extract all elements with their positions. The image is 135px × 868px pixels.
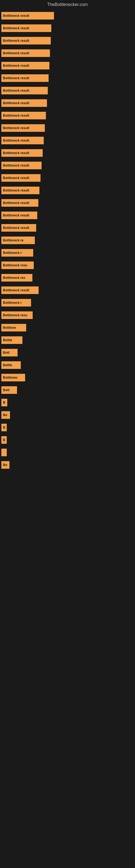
bottleneck-bar-12[interactable]: Bottleneck result bbox=[1, 149, 43, 157]
bar-row: Bottleneck re bbox=[0, 237, 135, 244]
bottleneck-bar-11[interactable]: Bottleneck result bbox=[1, 137, 44, 144]
bar-row: Bo bbox=[0, 461, 135, 469]
bar-label-11: Bottleneck result bbox=[3, 138, 29, 143]
bottleneck-bar-14[interactable]: Bottleneck result bbox=[1, 174, 41, 182]
bar-row: Bottleneck result bbox=[0, 37, 135, 44]
bar-label-32: B bbox=[3, 401, 5, 404]
bar-row: Bottleneck result bbox=[0, 149, 135, 157]
bar-label-35: B bbox=[3, 438, 5, 442]
bar-row: Bottleneck res bbox=[0, 274, 135, 282]
bar-row: Bottle bbox=[0, 336, 135, 344]
bottleneck-bar-37[interactable]: Bo bbox=[1, 461, 9, 469]
bottleneck-bar-19[interactable]: Bottleneck re bbox=[1, 237, 35, 244]
bar-row: Bottlenec bbox=[0, 374, 135, 381]
bottleneck-bar-36[interactable] bbox=[1, 448, 7, 456]
bar-label-22: Bottleneck res bbox=[3, 276, 26, 280]
site-title: TheBottlenecker.com bbox=[0, 0, 135, 9]
bar-label-7: Bottleneck result bbox=[3, 89, 29, 93]
bottleneck-bar-9[interactable]: Bottleneck result bbox=[1, 112, 46, 119]
bar-label-29: Bottle bbox=[3, 363, 12, 367]
bottleneck-bar-10[interactable]: Bottleneck result bbox=[1, 124, 45, 132]
bar-row: Bott bbox=[0, 386, 135, 394]
bar-label-3: Bottleneck result bbox=[3, 39, 29, 42]
bar-row: Bottleneck r bbox=[0, 249, 135, 257]
bar-label-9: Bottleneck result bbox=[3, 114, 29, 118]
bar-label-27: Bottle bbox=[3, 338, 12, 342]
bar-row: Bottleneck result bbox=[0, 99, 135, 107]
bar-label-1: Bottleneck result bbox=[3, 14, 29, 18]
bar-label-13: Bottleneck result bbox=[3, 163, 29, 167]
bottleneck-bar-25[interactable]: Bottleneck resu bbox=[1, 311, 33, 319]
bar-row: B bbox=[0, 436, 135, 444]
bar-label-21: Bottleneck resu bbox=[3, 264, 27, 267]
bottleneck-bar-16[interactable]: Bottleneck result bbox=[1, 199, 38, 207]
bar-label-28: Bott bbox=[3, 351, 9, 354]
bar-label-17: Bottleneck result bbox=[3, 214, 29, 217]
bar-row bbox=[0, 448, 135, 456]
bottleneck-bar-6[interactable]: Bottleneck result bbox=[1, 74, 49, 82]
bottleneck-bar-28[interactable]: Bott bbox=[1, 349, 17, 356]
bottleneck-bar-22[interactable]: Bottleneck res bbox=[1, 274, 32, 282]
bar-row: B bbox=[0, 424, 135, 431]
bottleneck-bar-7[interactable]: Bottleneck result bbox=[1, 87, 48, 94]
bottleneck-bar-33[interactable]: Bo bbox=[1, 411, 10, 419]
bar-row: Bottleneck result bbox=[0, 87, 135, 94]
bar-row: Bottleneck result bbox=[0, 24, 135, 32]
bar-label-4: Bottleneck result bbox=[3, 51, 29, 55]
bottleneck-bar-8[interactable]: Bottleneck result bbox=[1, 99, 47, 107]
bar-row: Bottleneck result bbox=[0, 162, 135, 169]
bottleneck-bar-26[interactable]: Bottlene bbox=[1, 324, 26, 332]
bar-row: Bottleneck result bbox=[0, 212, 135, 219]
bar-label-15: Bottleneck result bbox=[3, 188, 29, 192]
bar-label-5: Bottleneck result bbox=[3, 64, 29, 67]
bottleneck-bar-35[interactable]: B bbox=[1, 436, 7, 444]
bar-label-25: Bottleneck resu bbox=[3, 313, 27, 317]
bars-container: Bottleneck resultBottleneck resultBottle… bbox=[0, 9, 135, 476]
bottleneck-bar-24[interactable]: Bottleneck r bbox=[1, 299, 31, 307]
bottleneck-bar-34[interactable]: B bbox=[1, 424, 7, 431]
bar-label-33: Bo bbox=[3, 413, 7, 417]
bar-row: Bottleneck result bbox=[0, 199, 135, 207]
bar-row: Bottleneck result bbox=[0, 187, 135, 194]
bottleneck-bar-15[interactable]: Bottleneck result bbox=[1, 187, 39, 194]
bottleneck-bar-13[interactable]: Bottleneck result bbox=[1, 162, 42, 169]
bottleneck-bar-30[interactable]: Bottlenec bbox=[1, 374, 25, 381]
bottleneck-bar-20[interactable]: Bottleneck r bbox=[1, 249, 33, 257]
bar-label-37: Bo bbox=[3, 463, 7, 467]
bottleneck-bar-5[interactable]: Bottleneck result bbox=[1, 62, 49, 69]
bar-label-10: Bottleneck result bbox=[3, 126, 29, 130]
bar-row: B bbox=[0, 399, 135, 406]
bar-row: Bottle bbox=[0, 361, 135, 369]
bottleneck-bar-31[interactable]: Bott bbox=[1, 386, 17, 394]
bar-row: Bottleneck result bbox=[0, 124, 135, 132]
bottleneck-bar-18[interactable]: Bottleneck result bbox=[1, 224, 36, 231]
bar-row: Bottleneck result bbox=[0, 286, 135, 294]
bottleneck-bar-3[interactable]: Bottleneck result bbox=[1, 37, 51, 44]
bottleneck-bar-29[interactable]: Bottle bbox=[1, 361, 21, 369]
bar-label-8: Bottleneck result bbox=[3, 101, 29, 105]
bottleneck-bar-32[interactable]: B bbox=[1, 399, 7, 406]
bottleneck-bar-23[interactable]: Bottleneck result bbox=[1, 286, 39, 294]
bar-label-20: Bottleneck r bbox=[3, 251, 21, 255]
bar-row: Bott bbox=[0, 349, 135, 356]
bar-row: Bottleneck result bbox=[0, 74, 135, 82]
bottleneck-bar-2[interactable]: Bottleneck result bbox=[1, 24, 51, 32]
bar-row: Bottleneck r bbox=[0, 299, 135, 307]
bar-label-19: Bottleneck re bbox=[3, 239, 24, 242]
bar-row: Bottleneck resu bbox=[0, 311, 135, 319]
bar-row: Bottleneck result bbox=[0, 174, 135, 182]
bottleneck-bar-17[interactable]: Bottleneck result bbox=[1, 212, 37, 219]
bottleneck-bar-4[interactable]: Bottleneck result bbox=[1, 50, 50, 57]
bottleneck-bar-21[interactable]: Bottleneck resu bbox=[1, 261, 34, 269]
bar-label-18: Bottleneck result bbox=[3, 226, 29, 230]
bar-row: Bottleneck result bbox=[0, 12, 135, 20]
bar-label-23: Bottleneck result bbox=[3, 288, 29, 292]
bar-label-30: Bottlenec bbox=[3, 376, 18, 379]
bottleneck-bar-27[interactable]: Bottle bbox=[1, 336, 22, 344]
bar-label-2: Bottleneck result bbox=[3, 26, 29, 30]
bar-row: Bottleneck result bbox=[0, 62, 135, 69]
bar-label-14: Bottleneck result bbox=[3, 176, 29, 180]
bar-label-24: Bottleneck r bbox=[3, 301, 21, 305]
bottleneck-bar-1[interactable]: Bottleneck result bbox=[1, 12, 54, 20]
bar-row: Bottleneck resu bbox=[0, 261, 135, 269]
